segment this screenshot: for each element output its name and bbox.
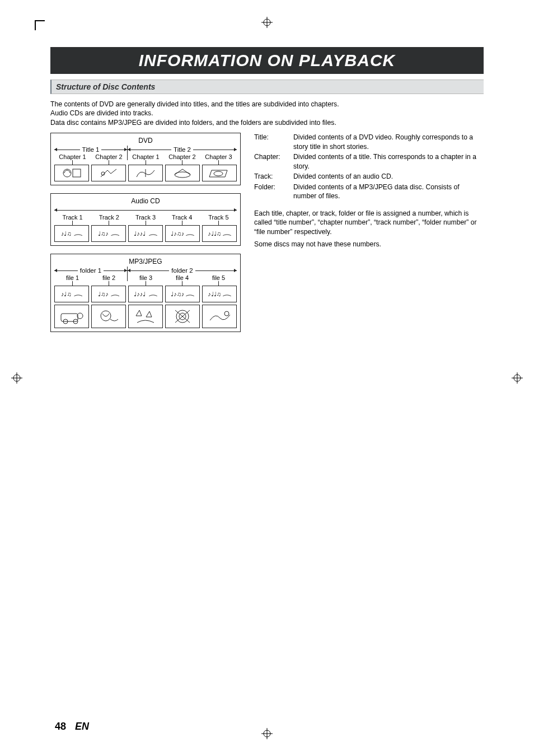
note-paragraph: Each title, chapter, or track, folder or… (254, 209, 484, 236)
definition-text: Divided contents of a MP3/JPEG data disc… (293, 183, 484, 201)
page-number: 48 (55, 721, 66, 732)
svg-text:♩♫♪: ♩♫♪ (98, 291, 108, 297)
illustration-icon (91, 165, 126, 181)
title-group-label: Title 1 (80, 146, 102, 153)
page-title-band: INFORMATION ON PLAYBACK (50, 47, 484, 74)
definition-label: Track: (254, 172, 293, 181)
chapter-label: Chapter 2 (91, 153, 127, 160)
registration-mark-icon (261, 17, 273, 28)
crop-mark (35, 20, 45, 30)
title-group-label: Title 2 (171, 146, 193, 153)
diagram-title: MP3/JPEG (54, 258, 237, 265)
illustration-icon (54, 305, 89, 328)
file-label: file 5 (200, 274, 237, 281)
illustration-icon (202, 165, 237, 181)
track-label: Track 2 (91, 214, 127, 221)
text-column: Title: Divided contents of a DVD video. … (254, 133, 484, 340)
music-notes-icon: ♪♩♫ (54, 286, 89, 302)
file-label: file 3 (127, 274, 164, 281)
definition-text: Divided contents of an audio CD. (293, 172, 484, 181)
registration-mark-icon (11, 372, 22, 384)
illustration-icon (165, 165, 200, 181)
definitions-table: Title: Divided contents of a DVD video. … (254, 133, 484, 200)
definition-label: Title: (254, 133, 293, 151)
chapter-label: Chapter 3 (200, 153, 237, 160)
page-title: INFORMATION ON PLAYBACK (139, 51, 396, 70)
illustration-icon (128, 165, 163, 181)
intro-line: Data disc contains MP3/JPEG are divided … (50, 118, 484, 127)
file-label: file 2 (91, 274, 127, 281)
svg-text:♪♩♩♫: ♪♩♩♫ (208, 230, 221, 237)
illustration-icon (202, 305, 237, 328)
svg-text:♩♪♫♪: ♩♪♫♪ (171, 230, 184, 237)
intro-paragraph: The contents of DVD are generally divide… (50, 100, 484, 127)
illustration-icon (128, 305, 163, 328)
diagrams-column: DVD Title 1 Title 2 Chapter 1 Chapter 2 … (50, 133, 241, 340)
track-label: Track 3 (127, 214, 163, 221)
illustration-icon (91, 305, 126, 328)
intro-line: Audio CDs are divided into tracks. (50, 109, 484, 118)
folder-group-label: folder 2 (169, 267, 195, 274)
svg-point-32 (101, 311, 111, 321)
chapter-label: Chapter 2 (164, 153, 200, 160)
definition-label: Folder: (254, 183, 293, 201)
chapter-label: Chapter 1 (127, 153, 164, 160)
file-label: file 1 (54, 274, 91, 281)
mp3-jpeg-diagram: MP3/JPEG folder 1 folder 2 file 1 file 2… (50, 254, 241, 332)
svg-point-17 (214, 171, 223, 176)
definition-text: Divided contents of a DVD video. Roughly… (293, 133, 484, 151)
audio-cd-diagram: Audio CD Track 1 Track 2 Track 3 Track 4… (50, 193, 241, 246)
music-notes-icon: ♩♪♫♪ (165, 286, 200, 302)
music-notes-icon: ♩♫♪ (91, 225, 126, 242)
definition-label: Chapter: (254, 152, 293, 171)
svg-text:♩♪♪♩: ♩♪♪♩ (134, 230, 146, 237)
note-paragraph: Some discs may not have these numbers. (254, 240, 484, 249)
chapter-label: Chapter 1 (54, 153, 91, 160)
registration-mark-icon (261, 728, 273, 739)
section-heading: Structure of Disc Contents (50, 80, 484, 94)
diagram-title: DVD (54, 137, 237, 144)
illustration-icon (165, 305, 200, 328)
music-notes-icon: ♩♪♪♩ (128, 286, 163, 302)
svg-text:♪♩♫: ♪♩♫ (61, 291, 71, 297)
svg-text:♩♪♪♩: ♩♪♪♩ (134, 291, 146, 297)
svg-text:♪♩♩♫: ♪♩♩♫ (208, 291, 221, 297)
music-notes-icon: ♪♩♫ (54, 225, 89, 242)
track-label: Track 1 (54, 214, 91, 221)
definition-text: Divided contents of a title. This corres… (293, 152, 484, 171)
svg-point-37 (224, 311, 229, 316)
file-label: file 4 (164, 274, 200, 281)
svg-text:♪♩♫: ♪♩♫ (61, 230, 71, 237)
music-notes-icon: ♪♩♩♫ (202, 286, 237, 302)
diagram-title: Audio CD (54, 197, 237, 205)
svg-text:♩♪♫♪: ♩♪♫♪ (171, 291, 184, 297)
svg-text:♩♫♪: ♩♫♪ (98, 230, 108, 237)
music-notes-icon: ♩♫♪ (91, 286, 126, 302)
language-code: EN (75, 721, 89, 732)
folder-group-label: folder 1 (78, 267, 104, 274)
music-notes-icon: ♪♩♩♫ (202, 225, 237, 242)
dvd-diagram: DVD Title 1 Title 2 Chapter 1 Chapter 2 … (50, 133, 241, 185)
track-label: Track 4 (164, 214, 200, 221)
intro-line: The contents of DVD are generally divide… (50, 100, 484, 109)
music-notes-icon: ♩♪♪♩ (128, 225, 163, 242)
illustration-icon (54, 165, 89, 181)
page-footer: 48 EN (55, 721, 89, 732)
track-label: Track 5 (200, 214, 237, 221)
music-notes-icon: ♩♪♫♪ (165, 225, 200, 242)
registration-mark-icon (512, 372, 523, 384)
svg-rect-13 (73, 169, 81, 177)
